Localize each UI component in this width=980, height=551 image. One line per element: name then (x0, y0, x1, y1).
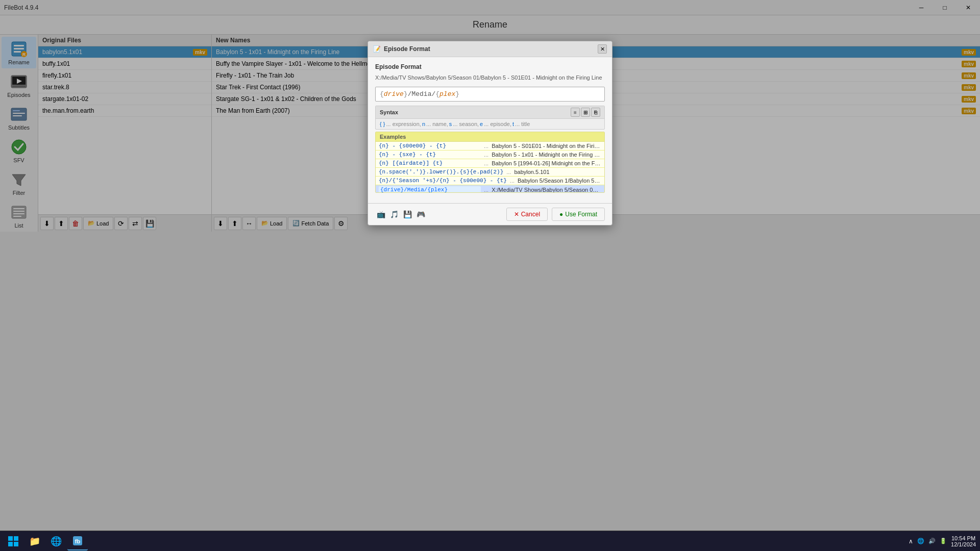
syntax-token-t[interactable]: t (512, 121, 514, 127)
grid-view-button[interactable]: ⊞ (581, 108, 590, 117)
example-row[interactable]: {n.space('.')}.lower()}.{s}{e.pad(2)} ..… (376, 168, 604, 177)
example-format: {drive}/Media/{plex} (379, 186, 481, 193)
example-result: Babylon 5 - 1x01 - Midnight on the Firin… (492, 152, 601, 158)
taskbar-filebot[interactable]: fb (67, 532, 88, 550)
svg-rect-22 (14, 536, 18, 541)
dialog-footer: 📺 🎵 💾 🎮 ✕ Cancel ● Use Format (368, 203, 612, 225)
svg-rect-24 (14, 542, 18, 546)
example-format: {n}/{'Season '+s}/{n} - {s00e00} - {t} (379, 178, 507, 184)
example-row[interactable]: {drive}/Media/{plex} ... X:/Media/TV Sho… (376, 185, 604, 193)
example-result: babylon.5.101 (514, 169, 549, 175)
example-format: {n} [{airdate}] {t} (379, 160, 481, 166)
brace-close: } (404, 90, 408, 98)
dialog-close-button[interactable]: ✕ (598, 44, 607, 54)
taskbar: 📁 🌐 fb ∧ 🌐 🔊 🔋 10:54 PM 12/1/2024 (0, 531, 980, 551)
list-view-button[interactable]: ≡ (571, 108, 580, 117)
dialog-body: Episode Format X:/Media/TV Shows/Babylon… (368, 57, 612, 203)
svg-text:fb: fb (75, 538, 81, 544)
use-format-button[interactable]: ● Use Format (552, 208, 605, 221)
dialog-titlebar: 📝 Episode Format ✕ (368, 41, 612, 57)
battery-icon: 🔋 (940, 538, 947, 544)
save-format-icon[interactable]: 💾 (402, 209, 413, 220)
example-row[interactable]: {n}/{'Season '+s}/{n} - {s00e00} - {t} .… (376, 177, 604, 185)
network-icon: 🌐 (917, 538, 924, 544)
example-format: {n} - {s00e00} - {t} (379, 143, 481, 149)
plex-token: plex (439, 90, 455, 98)
taskbar-chevron-icon[interactable]: ∧ (909, 538, 913, 545)
brace-open2: { (435, 90, 439, 98)
taskbar-browser[interactable]: 🌐 (46, 532, 66, 550)
footer-buttons: ✕ Cancel ● Use Format (506, 208, 605, 221)
format-section-title: Episode Format (375, 63, 605, 70)
taskbar-apps: 📁 🌐 fb (24, 532, 88, 550)
example-result: Babylon 5/Season 1/Babylon 5 - S01E01 - … (518, 178, 601, 184)
syntax-section: Syntax ≡ ⊞ ⎘ { } ... expression, n ... n… (375, 106, 605, 130)
example-result: Babylon 5 [1994-01-26] Midnight on the F… (492, 160, 601, 166)
episode-format-dialog: 📝 Episode Format ✕ Episode Format X:/Med… (368, 41, 612, 226)
use-format-icon: ● (559, 211, 563, 218)
syntax-header: Syntax ≡ ⊞ ⎘ (376, 106, 604, 119)
syntax-content: { } ... expression, n ... name, s ... se… (376, 119, 604, 129)
example-row[interactable]: {n} - {sxe} - {t} ... Babylon 5 - 1x01 -… (376, 151, 604, 159)
tv-icon[interactable]: 📺 (375, 209, 386, 220)
footer-icons: 📺 🎵 💾 🎮 (375, 209, 426, 220)
drive-token: drive (384, 90, 404, 98)
time-display: 10:54 PM (951, 535, 975, 541)
date-display: 12/1/2024 (951, 541, 976, 547)
svg-rect-23 (8, 542, 13, 546)
cancel-button[interactable]: ✕ Cancel (506, 208, 548, 221)
dialog-title-text: Episode Format (384, 45, 430, 53)
examples-section: Examples {n} - {s00e00} - {t} ... Babylo… (375, 132, 605, 193)
example-format: {n} - {sxe} - {t} (379, 152, 481, 158)
volume-icon[interactable]: 🔊 (928, 538, 936, 544)
example-row[interactable]: {n} [{airdate}] {t} ... Babylon 5 [1994-… (376, 159, 604, 168)
syntax-token-n[interactable]: n (422, 121, 425, 127)
cancel-icon: ✕ (514, 211, 519, 218)
taskbar-time[interactable]: 10:54 PM 12/1/2024 (951, 535, 976, 547)
use-format-label: Use Format (565, 211, 597, 218)
taskbar-explorer[interactable]: 📁 (24, 532, 45, 550)
syntax-label: Syntax (380, 109, 398, 115)
example-result: Babylon 5 - S01E01 - Midnight on the Fir… (492, 143, 601, 149)
syntax-token-e[interactable]: e (480, 121, 483, 127)
format-input[interactable]: {drive}/Media/{plex} (375, 87, 605, 102)
slash: /Media/ (408, 90, 436, 98)
gamepad-icon[interactable]: 🎮 (415, 209, 426, 220)
modal-overlay: 📝 Episode Format ✕ Episode Format X:/Med… (0, 0, 980, 531)
example-row[interactable]: {n} - {s00e00} - {t} ... Babylon 5 - S01… (376, 142, 604, 151)
example-format: {n.space('.')}.lower()}.{s}{e.pad(2)} (379, 169, 503, 175)
brace-open: { (380, 90, 384, 98)
dialog-title-icon: 📝 (373, 45, 381, 53)
example-result: X:/Media/TV Shows/Babylon 5/Season 01/Ba… (492, 187, 601, 193)
music-icon[interactable]: 🎵 (388, 209, 400, 220)
syntax-token-braces[interactable]: { } (380, 121, 385, 127)
syntax-controls: ≡ ⊞ ⎘ (571, 108, 600, 117)
cancel-label: Cancel (521, 211, 540, 218)
format-path: X:/Media/TV Shows/Babylon 5/Season 01/Ba… (375, 73, 605, 82)
copy-button[interactable]: ⎘ (591, 108, 600, 117)
dialog-title: 📝 Episode Format (373, 45, 430, 53)
svg-rect-21 (8, 536, 13, 541)
taskbar-right: ∧ 🌐 🔊 🔋 10:54 PM 12/1/2024 (909, 535, 976, 547)
start-button[interactable] (4, 532, 22, 550)
brace-close2: } (455, 90, 459, 98)
examples-header: Examples (376, 132, 604, 142)
syntax-token-s[interactable]: s (449, 121, 452, 127)
